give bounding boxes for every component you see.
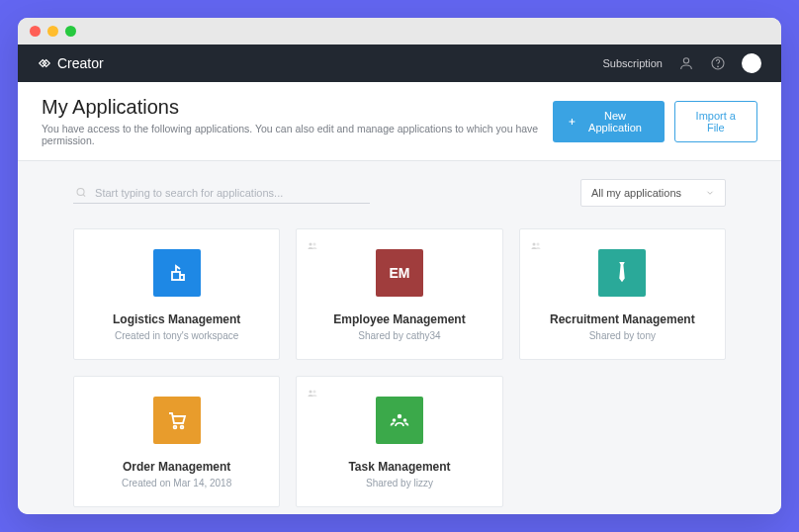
svg-point-15 (403, 418, 407, 422)
application-card[interactable]: Logistics ManagementCreated in tony's wo… (73, 228, 280, 360)
app-subtitle: Shared by cathy34 (358, 330, 440, 341)
svg-point-14 (393, 418, 397, 422)
svg-point-6 (313, 243, 316, 246)
brand-label: Creator (57, 55, 104, 71)
svg-point-7 (532, 243, 535, 246)
filter-select[interactable]: All my applications (580, 179, 726, 207)
application-card[interactable]: Recruitment ManagementShared by tony (519, 228, 726, 360)
import-file-label: Import a File (689, 110, 743, 133)
shared-icon (530, 237, 542, 255)
app-subtitle: Shared by lizzy (366, 478, 433, 488)
app-title: Employee Management (333, 312, 465, 326)
user-icon[interactable] (678, 55, 694, 71)
app-icon: EM (376, 249, 423, 297)
svg-point-10 (180, 426, 183, 429)
svg-point-11 (310, 391, 312, 394)
subscription-link[interactable]: Subscription (602, 57, 663, 69)
new-application-button[interactable]: New Application (553, 101, 665, 142)
svg-point-0 (683, 58, 688, 63)
window-minimize-dot[interactable] (47, 26, 58, 37)
avatar[interactable] (742, 53, 761, 73)
content-area: All my applications Logistics Management… (18, 161, 781, 514)
filter-selected-label: All my applications (591, 187, 681, 199)
window-close-dot[interactable] (30, 26, 41, 37)
app-icon (376, 397, 423, 444)
svg-point-12 (313, 391, 316, 394)
new-application-label: New Application (580, 110, 649, 133)
svg-point-9 (173, 426, 176, 429)
search-icon (75, 186, 87, 199)
chevron-down-icon (705, 188, 715, 198)
svg-point-5 (310, 243, 312, 246)
app-title: Recruitment Management (550, 312, 695, 326)
app-icon (153, 397, 201, 444)
svg-point-13 (398, 414, 401, 418)
top-nav: Creator Subscription (18, 44, 781, 82)
app-icon (598, 249, 646, 297)
search-input[interactable] (95, 187, 368, 199)
page-header-text: My Applications You have access to the f… (42, 96, 553, 146)
brand-logo-icon (38, 56, 51, 70)
page-title: My Applications (42, 96, 553, 119)
svg-point-2 (718, 66, 719, 67)
header-actions: New Application Import a File (553, 101, 757, 142)
svg-point-8 (536, 243, 539, 246)
search-field[interactable] (73, 182, 370, 204)
plus-icon (568, 117, 577, 127)
applications-grid: Logistics ManagementCreated in tony's wo… (73, 228, 726, 507)
shared-icon (307, 385, 318, 402)
application-card[interactable]: Order ManagementCreated on Mar 14, 2018 (73, 376, 280, 507)
application-card[interactable]: EMEmployee ManagementShared by cathy34 (296, 228, 502, 360)
window-chrome (18, 18, 781, 44)
brand[interactable]: Creator (38, 55, 104, 71)
app-subtitle: Created in tony's workspace (115, 330, 238, 341)
app-subtitle: Created on Mar 14, 2018 (122, 478, 231, 488)
toolbar: All my applications (73, 179, 726, 207)
window-zoom-dot[interactable] (65, 26, 76, 37)
app-title: Task Management (348, 460, 450, 474)
app-subtitle: Shared by tony (589, 330, 656, 341)
app-icon (153, 249, 201, 297)
svg-point-3 (77, 188, 84, 195)
application-card[interactable]: Task ManagementShared by lizzy (296, 376, 502, 507)
import-file-button[interactable]: Import a File (674, 101, 757, 142)
app-title: Logistics Management (113, 312, 240, 326)
svg-rect-4 (172, 272, 180, 280)
app-window: Creator Subscription My Applications You… (18, 18, 781, 514)
app-title: Order Management (123, 460, 230, 474)
help-icon[interactable] (710, 55, 726, 71)
page-header: My Applications You have access to the f… (18, 82, 781, 161)
shared-icon (307, 237, 318, 255)
page-subtitle: You have access to the following applica… (42, 123, 553, 146)
nav-right: Subscription (602, 53, 761, 73)
